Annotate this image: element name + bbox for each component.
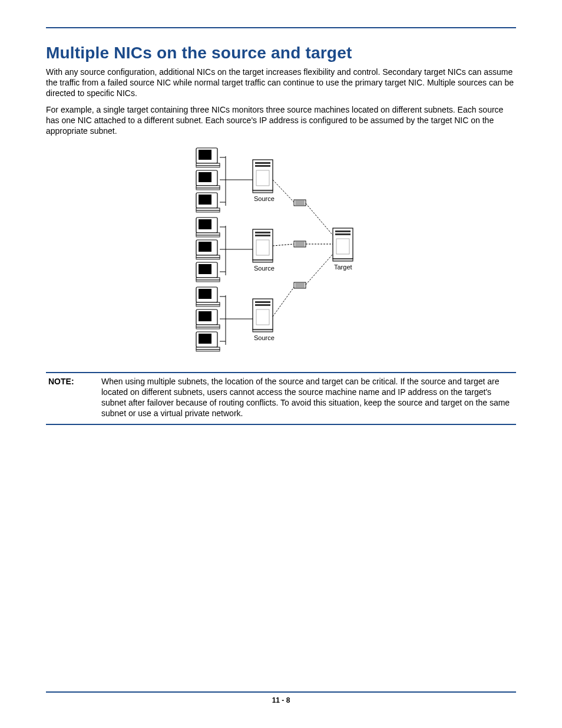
source-server-icon <box>253 229 273 262</box>
client-icon <box>196 287 220 307</box>
client-icon <box>196 332 220 351</box>
svg-line-34 <box>306 254 333 285</box>
top-rule <box>46 27 516 28</box>
note-block: NOTE: When using multiple subnets, the l… <box>46 372 516 425</box>
router-icon <box>294 241 306 247</box>
svg-line-30 <box>273 244 294 246</box>
note-label: NOTE: <box>46 377 101 419</box>
client-icon <box>196 170 220 190</box>
router-icon <box>294 200 306 206</box>
paragraph-2: For example, a single target containing … <box>46 105 516 137</box>
client-icon <box>196 240 220 259</box>
note-body: When using multiple subnets, the locatio… <box>101 377 516 419</box>
svg-line-29 <box>273 180 294 202</box>
network-diagram: Source Source Source Target <box>193 147 369 359</box>
source-label: Source <box>254 334 275 341</box>
source-server-icon <box>253 299 273 332</box>
page: Multiple NICs on the source and target W… <box>0 0 562 728</box>
client-icon <box>196 262 220 282</box>
page-footer: 11 - 8 <box>46 691 516 704</box>
client-icon <box>196 218 220 237</box>
client-icon <box>196 309 220 329</box>
page-number: 11 - 8 <box>272 696 290 704</box>
target-server-icon <box>333 228 353 261</box>
router-icon <box>294 282 306 288</box>
source-server-icon <box>253 160 273 193</box>
page-title: Multiple NICs on the source and target <box>46 44 516 62</box>
source-label: Source <box>254 195 275 202</box>
diagram-container: Source Source Source Target <box>46 147 516 359</box>
source-label: Source <box>254 265 275 272</box>
client-icon <box>196 193 220 212</box>
svg-line-31 <box>273 287 294 317</box>
client-icon <box>196 148 220 167</box>
svg-line-32 <box>306 203 333 235</box>
paragraph-1: With any source configuration, additiona… <box>46 67 516 99</box>
target-label: Target <box>334 263 352 271</box>
